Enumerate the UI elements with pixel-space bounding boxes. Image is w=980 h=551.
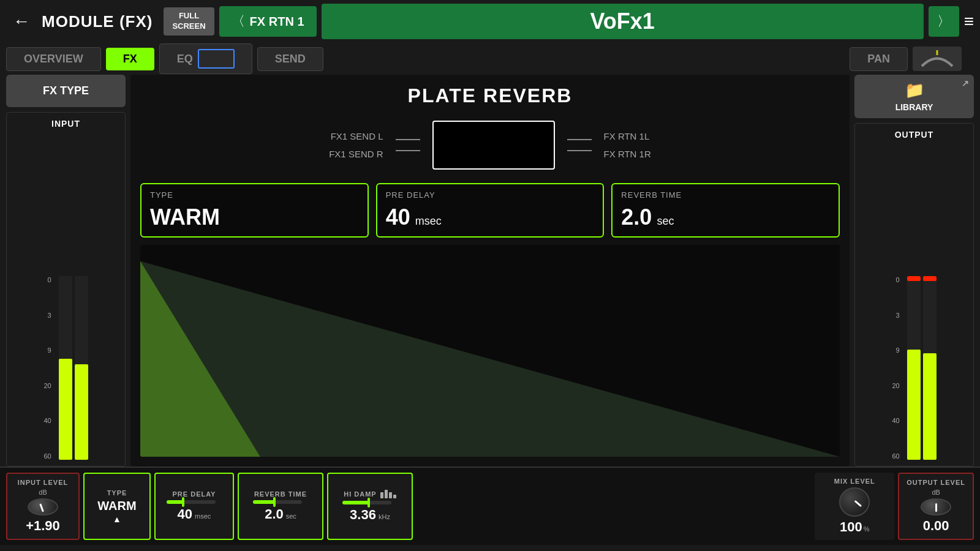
rtn-labels: FX RTN 1L FX RTN 1R [604, 131, 651, 159]
mix-level-knob-marker [854, 500, 862, 507]
bottom-output-level[interactable]: OUTPUT LEVEL dB 0.00 [898, 473, 974, 540]
tab-overview[interactable]: OVERVIEW [6, 47, 101, 71]
fx-rtn-next-button[interactable]: 〉 [937, 12, 951, 31]
bottom-pre-delay[interactable]: PRE DELAY 40 msec [154, 473, 234, 540]
bottom-hi-damp-unit: kHz [379, 513, 390, 520]
param-pre-delay-label: PRE DELAY [386, 190, 595, 200]
input-meter-bars [59, 276, 88, 460]
bottom-hi-damp-slider[interactable] [342, 501, 398, 504]
bottom-hi-damp-label: HI DAMP [344, 490, 376, 498]
bottom-reverb-time-label: REVERB TIME [254, 490, 307, 498]
bottom-type-box: WARM ▲ [97, 499, 136, 524]
bottom-mix-level-unit: % [864, 525, 870, 533]
tab-fx[interactable]: FX [106, 48, 154, 70]
tab-pan[interactable]: PAN [850, 47, 908, 71]
bottom-type-arrow: ▲ [113, 514, 121, 524]
rtn-l-label: FX RTN 1L [604, 131, 651, 141]
output-level-knob[interactable] [921, 498, 951, 515]
reverb-svg [140, 245, 840, 457]
bottom-pre-delay-unit: msec [195, 512, 211, 520]
reverb-visual [140, 245, 840, 457]
input-meter: 0 3 9 20 40 60 [13, 132, 119, 460]
input-meter-bar-r [75, 276, 88, 460]
output-meter-scale: 0 3 9 20 40 60 [892, 276, 902, 460]
mix-level-knob[interactable] [839, 487, 870, 517]
param-type-label: TYPE [150, 190, 359, 200]
back-button[interactable]: ← [6, 6, 37, 37]
rtn-r-label: FX RTN 1R [604, 149, 651, 159]
bottom-reverb-time-slider[interactable] [253, 500, 308, 504]
output-meter-bar-r [923, 276, 937, 460]
input-meter-bar-l [59, 276, 72, 460]
tab-send[interactable]: SEND [257, 47, 323, 71]
bottom-mix-level[interactable]: MIX LEVEL 100 % [815, 473, 894, 540]
bottom-input-level-value: +1.90 [26, 518, 60, 534]
bottom-reverb-time-unit: sec [286, 512, 296, 520]
hi-damp-icon [380, 490, 396, 498]
bottom-hi-damp-value: 3.36 [350, 507, 376, 523]
pan-area: PAN [850, 47, 974, 71]
output-meter-box: OUTPUT 0 3 9 20 40 60 [854, 123, 974, 467]
param-reverb-time-unit: sec [657, 215, 674, 228]
bottom-reverb-time-value: 2.0 [265, 506, 284, 522]
input-level-knob[interactable] [28, 498, 58, 515]
library-button[interactable]: ↗ 📁 LIBRARY [854, 75, 974, 118]
signal-line-r [396, 150, 420, 151]
signal-line-rtn-l [567, 139, 592, 140]
param-type[interactable]: TYPE WARM [140, 183, 369, 238]
library-folder-icon: 📁 [905, 81, 924, 100]
fullscreen-line1: FULL [172, 11, 205, 21]
library-label: LIBRARY [895, 102, 933, 112]
bottom-type[interactable]: TYPE WARM ▲ [83, 473, 151, 540]
param-pre-delay[interactable]: PRE DELAY 40 msec [376, 183, 605, 238]
bottom-output-level-value: 0.00 [923, 518, 949, 534]
bottom-reverb-time[interactable]: REVERB TIME 2.0 sec [238, 473, 323, 540]
meter-scale: 0 3 9 20 40 60 [43, 276, 53, 460]
param-reverb-time-value: 2.0 sec [621, 204, 830, 230]
signal-line-rtn-r [567, 150, 592, 151]
fx-rtn-prev-button[interactable]: 〈 [232, 12, 245, 31]
bottom-input-level-label: INPUT LEVEL [18, 479, 69, 486]
output-level-knob-marker [935, 503, 937, 512]
fx-rtn-label: FX RTN 1 [250, 15, 304, 29]
send-l-label: FX1 SEND L [329, 131, 383, 141]
tab-eq[interactable]: EQ [159, 43, 252, 74]
input-meter-box: INPUT 0 3 9 20 40 60 [6, 112, 126, 467]
external-link-icon: ↗ [962, 78, 969, 88]
fullscreen-line2: SCREEN [172, 21, 205, 32]
svg-marker-2 [140, 261, 840, 457]
bottom-hi-damp[interactable]: HI DAMP 3.36 kHz [327, 473, 413, 540]
fullscreen-button[interactable]: FULL SCREEN [164, 7, 214, 36]
pan-knob[interactable] [913, 47, 962, 71]
menu-button[interactable]: ≡ [964, 12, 974, 31]
fx-type-button[interactable]: FX TYPE [6, 75, 126, 107]
top-header: ← MODULE (FX) FULL SCREEN 〈 FX RTN 1 VoF… [0, 0, 980, 43]
param-type-value: WARM [150, 204, 359, 230]
bottom-output-level-label: OUTPUT LEVEL [907, 479, 965, 486]
bottom-input-level[interactable]: INPUT LEVEL dB +1.90 [6, 473, 80, 540]
output-meter: 0 3 9 20 40 60 [861, 143, 967, 460]
left-panel: FX TYPE INPUT 0 3 9 20 40 60 [6, 75, 126, 467]
vofx-label: VoFx1 [322, 4, 924, 39]
signal-flow: FX1 SEND L FX1 SEND R [140, 114, 840, 176]
param-pre-delay-unit: msec [415, 215, 442, 228]
send-labels: FX1 SEND L FX1 SEND R [329, 131, 383, 159]
plate-reverb-title: PLATE REVERB [140, 84, 840, 107]
output-label: OUTPUT [895, 130, 934, 140]
param-reverb-time-label: REVERB TIME [621, 190, 830, 200]
params-row: TYPE WARM PRE DELAY 40 msec REVERB TIME … [140, 183, 840, 238]
input-level-knob-marker [39, 503, 44, 512]
bottom-output-level-unit: dB [932, 489, 940, 496]
send-r-label: FX1 SEND R [329, 149, 383, 159]
signal-line-l [396, 139, 420, 140]
bottom-pre-delay-slider[interactable] [167, 500, 222, 504]
fx-process-box [432, 121, 555, 170]
bottom-input-level-unit: dB [39, 489, 47, 496]
param-reverb-time[interactable]: REVERB TIME 2.0 sec [611, 183, 840, 238]
module-title: MODULE (FX) [42, 12, 153, 31]
bottom-pre-delay-label: PRE DELAY [173, 490, 216, 498]
param-pre-delay-value: 40 msec [386, 204, 595, 230]
tabs-row: OVERVIEW FX EQ SEND PAN [0, 43, 980, 75]
right-panel: ↗ 📁 LIBRARY OUTPUT 0 3 9 20 40 60 [854, 75, 974, 467]
fx-rtn-area: 〈 FX RTN 1 [219, 6, 317, 37]
